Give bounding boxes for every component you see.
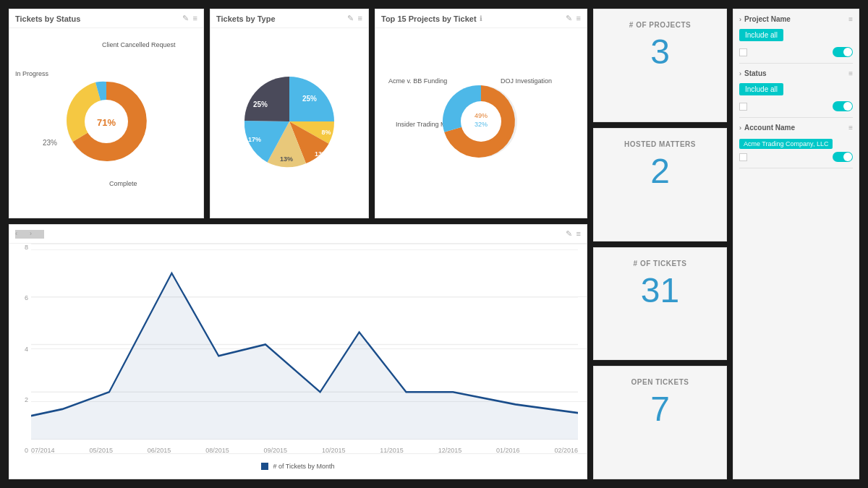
label-client-cancelled: Client Cancelled Request — [102, 41, 176, 48]
label-in-progress: In Progress — [15, 70, 48, 77]
svg-text:13%: 13% — [315, 150, 328, 158]
edit-icon-top15[interactable]: ✎ — [566, 14, 572, 23]
account-name-filter-header: › Account Name ≡ — [739, 124, 853, 132]
filter-panel: › Project Name ≡ Include all › Status ≡ … — [733, 9, 859, 479]
tickets-by-type-header: Tickets by Type ✎ ≡ — [210, 9, 368, 28]
y-label-0: 0 — [25, 447, 31, 454]
pie-chart-status: 71% — [56, 71, 157, 172]
project-filter-menu[interactable]: ≡ — [848, 15, 853, 23]
info-icon: ℹ — [480, 14, 482, 22]
tickets-by-status-title: Tickets by Status — [15, 14, 80, 23]
account-filter-toggle-row — [739, 152, 853, 162]
status-chevron[interactable]: › — [739, 70, 741, 77]
status-label: Status — [744, 69, 767, 77]
status-toggle[interactable] — [833, 101, 853, 111]
status-checkbox[interactable] — [739, 103, 747, 111]
edit-icon-line[interactable]: ✎ — [566, 229, 572, 239]
svg-text:25%: 25% — [253, 100, 268, 108]
chart-nav-left[interactable]: ‹ — [15, 230, 30, 239]
legend-color-box — [261, 463, 268, 470]
project-toggle[interactable] — [833, 47, 853, 57]
menu-icon-line[interactable]: ≡ — [576, 229, 581, 239]
account-checkbox[interactable] — [739, 153, 747, 161]
stats-column: # OF PROJECTS 3 HOSTED MATTERS 2 # OF TI… — [593, 9, 727, 479]
top15-chart-area: Acme v. BB Funding DOJ Investigation Ins… — [375, 28, 587, 215]
svg-text:13%: 13% — [280, 155, 293, 163]
projects-stat-value: 3 — [600, 35, 720, 69]
x-label-112015: 11/2015 — [380, 447, 404, 454]
hosted-matters-label: HOSTED MATTERS — [600, 140, 720, 148]
project-include-all-btn[interactable]: Include all — [739, 29, 783, 41]
tickets-value: 31 — [600, 273, 720, 308]
top15-chart-inner: Acme v. BB Funding DOJ Investigation Ins… — [381, 34, 581, 209]
pie-chart-type: 25% 8% 13% 13% 17% 25% — [231, 64, 347, 179]
status-filter-menu[interactable]: ≡ — [848, 69, 853, 77]
svg-text:25%: 25% — [302, 95, 317, 103]
line-chart-header: ‹ › ✎ ≡ — [9, 225, 587, 244]
bottom-chart-row: ‹ › ✎ ≡ — [9, 224, 587, 479]
x-axis: 07/2014 05/2015 06/2015 08/2015 09/2015 … — [31, 445, 578, 454]
legend-text: # of Tickets by Month — [273, 463, 334, 470]
menu-icon[interactable]: ≡ — [193, 14, 197, 23]
svg-text:32%: 32% — [475, 121, 488, 128]
x-label-052015: 05/2015 — [89, 447, 113, 454]
line-chart-body: 8 6 4 2 0 — [9, 244, 587, 476]
open-tickets-value: 7 — [600, 392, 720, 427]
x-label-082015: 08/2015 — [205, 447, 229, 454]
top15-header: Top 15 Projects by Ticket ℹ ✎ ≡ — [375, 9, 587, 28]
tickets-by-status-chart: Client Cancelled Request In Progress Com… — [9, 28, 203, 215]
menu-icon-type[interactable]: ≡ — [358, 14, 362, 23]
menu-icon-top15[interactable]: ≡ — [576, 14, 581, 23]
tickets-by-status-icons: ✎ ≡ — [182, 14, 197, 23]
project-name-label: Project Name — [744, 15, 791, 23]
svg-text:8%: 8% — [321, 129, 331, 136]
x-label-122015: 12/2015 — [438, 447, 462, 454]
account-filter-menu[interactable]: ≡ — [848, 124, 853, 132]
project-name-filter: › Project Name ≡ Include all — [739, 15, 853, 64]
svg-text:17%: 17% — [248, 136, 261, 143]
edit-icon-type[interactable]: ✎ — [347, 14, 354, 23]
line-chart-icons: ✎ ≡ — [566, 229, 581, 239]
y-label-8: 8 — [25, 244, 31, 251]
x-label-012016: 01/2016 — [496, 447, 520, 454]
chart-nav-right[interactable]: › — [30, 230, 44, 239]
project-chevron[interactable]: › — [739, 16, 741, 23]
hosted-matters-value: 2 — [600, 154, 720, 189]
account-name-label: Account Name — [744, 124, 795, 132]
chart-legend: # of Tickets by Month — [9, 463, 587, 470]
tickets-by-type-icons: ✎ ≡ — [347, 14, 362, 23]
svg-marker-18 — [31, 273, 578, 440]
top15-icons: ✎ ≡ — [566, 14, 581, 23]
top15-projects-card: Top 15 Projects by Ticket ℹ ✎ ≡ Acme v. … — [375, 9, 587, 218]
open-tickets-stat-card: OPEN TICKETS 7 — [593, 366, 727, 479]
x-label-062015: 06/2015 — [148, 447, 171, 454]
label-complete: Complete — [109, 180, 137, 187]
line-chart-svg — [31, 249, 578, 440]
acme-tag: Acme Trading Company, LLC — [739, 139, 833, 149]
projects-stat-card: # OF PROJECTS 3 — [593, 9, 727, 122]
account-chevron[interactable]: › — [739, 124, 741, 132]
tickets-by-type-chart: 25% 8% 13% 13% 17% 25% — [210, 28, 368, 215]
x-label-102015: 10/2015 — [322, 447, 346, 454]
tickets-label: # OF TICKETS — [600, 260, 720, 267]
pie-chart-top15: 49% 32% — [434, 74, 528, 168]
open-tickets-label: OPEN TICKETS — [600, 378, 720, 386]
project-name-filter-header: › Project Name ≡ — [739, 15, 853, 23]
svg-text:49%: 49% — [475, 112, 488, 119]
y-label-6: 6 — [25, 294, 31, 301]
tickets-stat-card: # OF TICKETS 31 — [593, 247, 727, 361]
project-checkbox[interactable] — [739, 48, 747, 56]
y-axis: 8 6 4 2 0 — [9, 244, 31, 454]
tickets-by-type-title: Tickets by Type — [216, 14, 276, 23]
tickets-by-status-header: Tickets by Status ✎ ≡ — [9, 9, 203, 28]
x-label-092015: 09/2015 — [264, 447, 288, 454]
account-toggle[interactable] — [833, 152, 853, 162]
top15-title: Top 15 Projects by Ticket — [381, 14, 477, 23]
tickets-by-type-card: Tickets by Type ✎ ≡ — [210, 9, 369, 218]
hosted-matters-stat-card: HOSTED MATTERS 2 — [593, 128, 727, 241]
account-name-filter: › Account Name ≡ Acme Trading Company, L… — [739, 124, 853, 168]
pie-wrap-type: 25% 8% 13% 13% 17% 25% — [216, 34, 362, 209]
status-filter: › Status ≡ Include all — [739, 69, 853, 118]
status-include-all-btn[interactable]: Include all — [739, 83, 783, 95]
edit-icon[interactable]: ✎ — [182, 14, 189, 23]
